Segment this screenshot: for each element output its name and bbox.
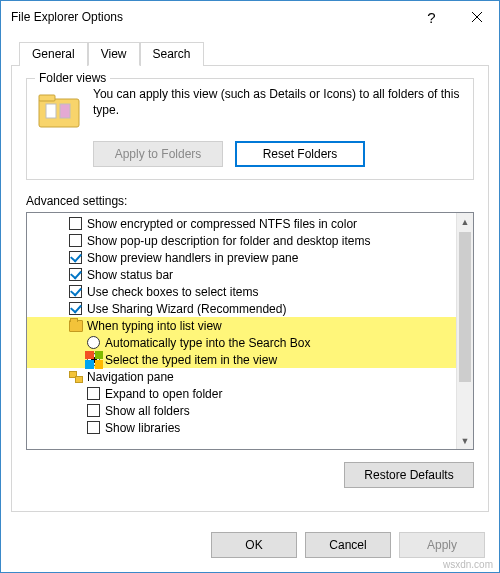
tab-content: Folder views You can apply this view (su…	[11, 65, 489, 512]
tree-item-label: When typing into list view	[87, 319, 222, 333]
tab-general[interactable]: General	[19, 42, 88, 66]
apply-button: Apply	[399, 532, 485, 558]
checkbox[interactable]	[87, 404, 100, 417]
dialog-window: File Explorer Options ? General View Sea…	[0, 0, 500, 573]
cancel-button[interactable]: Cancel	[305, 532, 391, 558]
radio[interactable]	[87, 336, 100, 349]
tree-item-label: Automatically type into the Search Box	[105, 336, 310, 350]
checkbox[interactable]	[69, 302, 82, 315]
navigation-pane-icon	[69, 371, 83, 383]
titlebar: File Explorer Options ?	[1, 1, 499, 33]
tree-item-label: Show libraries	[105, 421, 180, 435]
checkbox[interactable]	[69, 251, 82, 264]
advanced-settings-label: Advanced settings:	[26, 194, 474, 208]
checkbox[interactable]	[87, 421, 100, 434]
scroll-down-icon[interactable]: ▼	[457, 432, 473, 449]
tree-item-label: Expand to open folder	[105, 387, 222, 401]
tree-row[interactable]: Select the typed item in the view	[27, 351, 456, 368]
tree-row[interactable]: Show all folders	[27, 402, 456, 419]
checkbox[interactable]	[69, 268, 82, 281]
checkbox[interactable]	[87, 387, 100, 400]
tree-row[interactable]: Automatically type into the Search Box	[27, 334, 456, 351]
tree-item-label: Show all folders	[105, 404, 190, 418]
tree-row[interactable]: Navigation pane	[27, 368, 456, 385]
scroll-thumb[interactable]	[459, 232, 471, 382]
tree-item-label: Use check boxes to select items	[87, 285, 258, 299]
advanced-settings-tree: Show encrypted or compressed NTFS files …	[26, 212, 474, 450]
ok-button[interactable]: OK	[211, 532, 297, 558]
tree-row[interactable]: Show libraries	[27, 419, 456, 436]
tree-row[interactable]: Show status bar	[27, 266, 456, 283]
windows-logo-icon	[85, 351, 103, 369]
tree-row[interactable]: Show encrypted or compressed NTFS files …	[27, 215, 456, 232]
reset-folders-button[interactable]: Reset Folders	[235, 141, 365, 167]
window-title: File Explorer Options	[11, 10, 409, 24]
tree-row[interactable]: When typing into list view	[27, 317, 456, 334]
checkbox[interactable]	[69, 285, 82, 298]
tree-row[interactable]: Use check boxes to select items	[27, 283, 456, 300]
svg-rect-3	[39, 95, 55, 101]
scroll-track[interactable]	[457, 230, 473, 432]
tree-item-label: Use Sharing Wizard (Recommended)	[87, 302, 286, 316]
tab-view[interactable]: View	[88, 42, 140, 66]
tree-item-label: Navigation pane	[87, 370, 174, 384]
tree-row[interactable]: Show pop-up description for folder and d…	[27, 232, 456, 249]
tree-item-label: Show pop-up description for folder and d…	[87, 234, 371, 248]
tree-item-label: Show encrypted or compressed NTFS files …	[87, 217, 357, 231]
tab-strip: General View Search	[1, 33, 499, 65]
help-button[interactable]: ?	[409, 2, 454, 32]
tree-item-label: Select the typed item in the view	[105, 353, 277, 367]
tab-search[interactable]: Search	[140, 42, 204, 66]
checkbox[interactable]	[69, 234, 82, 247]
folder-views-description: You can apply this view (such as Details…	[93, 87, 463, 118]
tree-row[interactable]: Show preview handlers in preview pane	[27, 249, 456, 266]
watermark: wsxdn.com	[443, 559, 493, 570]
scrollbar[interactable]: ▲ ▼	[456, 213, 473, 449]
tree-item-label: Show preview handlers in preview pane	[87, 251, 298, 265]
close-button[interactable]	[454, 2, 499, 32]
folder-views-legend: Folder views	[35, 71, 110, 85]
svg-rect-2	[39, 99, 79, 127]
svg-rect-5	[60, 104, 70, 118]
restore-defaults-button[interactable]: Restore Defaults	[344, 462, 474, 488]
tree-item-label: Show status bar	[87, 268, 173, 282]
dialog-buttons: OK Cancel Apply	[1, 522, 499, 572]
checkbox[interactable]	[69, 217, 82, 230]
tree-row[interactable]: Use Sharing Wizard (Recommended)	[27, 300, 456, 317]
close-icon	[472, 12, 482, 22]
tree-row[interactable]: Expand to open folder	[27, 385, 456, 402]
folder-views-group: Folder views You can apply this view (su…	[26, 78, 474, 180]
scroll-up-icon[interactable]: ▲	[457, 213, 473, 230]
folder-icon	[69, 320, 83, 332]
folder-icon	[37, 91, 81, 131]
apply-to-folders-button: Apply to Folders	[93, 141, 223, 167]
svg-rect-4	[46, 104, 56, 118]
